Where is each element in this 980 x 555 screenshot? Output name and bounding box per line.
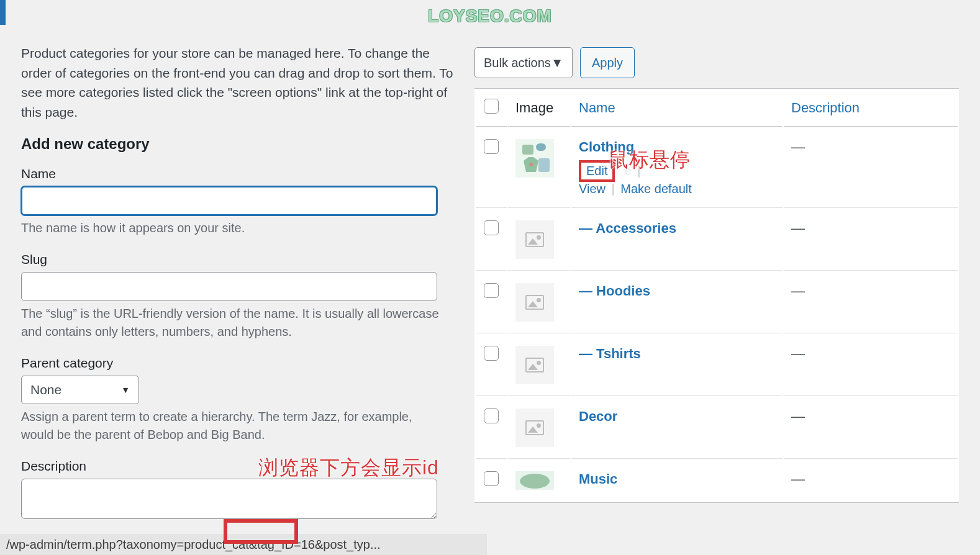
apply-button[interactable]: Apply [580,47,635,78]
parent-select-value: None [30,382,61,397]
placeholder-image-icon [525,295,544,310]
row-checkbox[interactable] [484,408,499,423]
row-checkbox[interactable] [484,283,499,298]
form-heading: Add new category [21,135,456,153]
category-name-link[interactable]: — Accessories [579,220,676,236]
view-link[interactable]: View [579,182,606,196]
category-thumbnail [515,346,554,384]
annotation-hover: 鼠标悬停 [609,147,691,174]
slug-input[interactable] [21,272,437,301]
row-checkbox[interactable] [484,346,499,361]
category-thumbnail [515,139,554,178]
description-value: — [791,346,805,361]
bulk-actions-label: Bulk actions [484,56,551,70]
table-row: — Tshirts— [476,335,958,396]
parent-help: Assign a parent term to create a hierarc… [21,408,443,444]
name-label: Name [21,166,456,181]
row-checkbox[interactable] [484,220,499,235]
placeholder-image-icon [525,358,544,372]
svg-rect-1 [536,143,546,151]
description-value: — [791,471,805,487]
chevron-down-icon: ▼ [121,385,130,395]
intro-text: Product categories for your store can be… [21,43,456,122]
category-name-link[interactable]: — Hoodies [579,283,650,299]
category-name-link[interactable]: Decor [579,408,617,424]
category-thumbnail [515,283,554,322]
chevron-down-icon: ▼ [551,56,563,70]
admin-bar-accent [0,0,6,25]
category-thumbnail [515,471,554,490]
description-value: — [791,408,805,424]
table-row: — Hoodies— [476,272,958,333]
svg-rect-0 [522,145,533,155]
table-row: ClothingEdit|e |View | Make default— [476,128,958,208]
description-value: — [791,139,805,155]
description-value: — [791,220,805,236]
url-highlight-box [224,519,298,544]
description-input[interactable] [21,479,437,519]
clothing-icon [516,140,553,177]
column-name[interactable]: Name [571,90,783,127]
placeholder-image-icon [525,420,544,435]
slug-label: Slug [21,252,456,267]
edit-link[interactable]: Edit [586,164,607,178]
svg-point-2 [529,163,533,166]
description-value: — [791,283,805,299]
svg-point-4 [520,474,550,489]
music-icon [516,471,553,490]
category-thumbnail [515,220,554,259]
parent-label: Parent category [21,356,456,371]
category-thumbnail [515,408,554,447]
svg-rect-3 [538,158,550,172]
table-row: — Accessories— [476,209,958,271]
name-input[interactable] [21,186,437,215]
separator: | [612,182,615,196]
make-default-link[interactable]: Make default [620,182,692,196]
table-row: Music— [476,460,958,501]
row-checkbox[interactable] [484,471,499,486]
annotation-browser-id: 浏览器下方会显示id [258,454,439,482]
table-row: Decor— [476,397,958,459]
bulk-actions-select[interactable]: Bulk actions ▼ [474,47,573,78]
watermark: LOYSEO.COM [428,6,552,26]
slug-help: The “slug” is the URL-friendly version o… [21,305,443,341]
placeholder-image-icon [525,232,544,247]
parent-select[interactable]: None ▼ [21,376,139,404]
category-name-link[interactable]: Music [579,471,617,487]
column-image: Image [508,90,570,127]
select-all-checkbox[interactable] [484,99,499,114]
name-help: The name is how it appears on your site. [21,219,443,237]
categories-table: Image Name Description ClothingEdit|e |V… [474,88,959,503]
category-name-link[interactable]: — Tshirts [579,346,641,361]
column-description[interactable]: Description [784,90,958,127]
row-checkbox[interactable] [484,139,499,154]
